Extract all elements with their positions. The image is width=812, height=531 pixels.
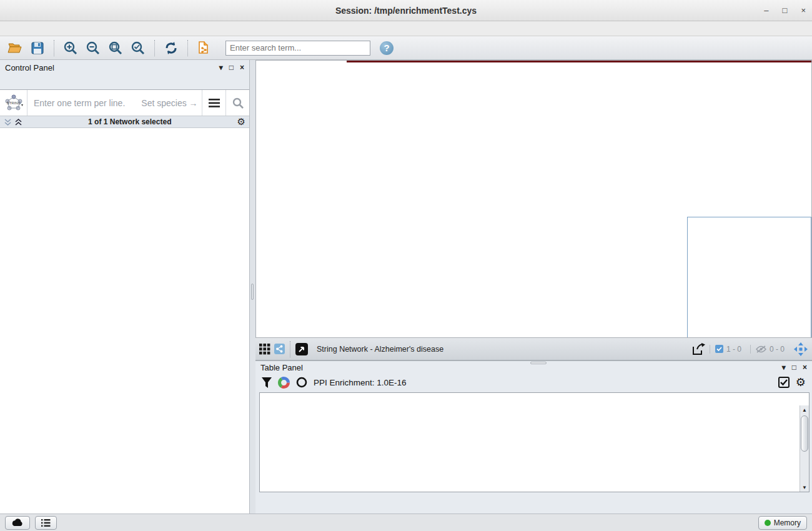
horizontal-splitter-handle[interactable]: [530, 362, 547, 364]
window-titlebar: Session: /tmp/enrichmentTest.cys – □ ×: [0, 0, 812, 21]
status-bar: Memory: [0, 514, 812, 531]
help-glyph: ?: [380, 41, 394, 55]
table-panel-title: Table Panel: [260, 363, 303, 372]
task-history-button[interactable]: [35, 516, 57, 530]
memory-label: Memory: [774, 519, 801, 527]
panel-splitter[interactable]: [250, 60, 255, 514]
cloud-icon: [11, 519, 24, 527]
network-panel-gear-icon[interactable]: ⚙: [237, 116, 245, 127]
selected-nodes-indicator: 1 - 0: [710, 345, 746, 354]
ppi-enrichment-value: PPI Enrichment: 1.0E-16: [314, 378, 407, 387]
table-panel: Table Panel ▾ □ × PPI Enrichment: 1.0E-1…: [255, 360, 812, 514]
table-panel-float-icon[interactable]: □: [792, 363, 796, 372]
control-panel-title: Control Panel: [5, 63, 54, 72]
string-query-placeholder[interactable]: Enter one term per line.: [34, 98, 125, 108]
memory-status-dot: [765, 520, 771, 526]
set-species-hint[interactable]: Set species →: [141, 98, 197, 108]
expand-all-icon[interactable]: [14, 118, 22, 126]
refresh-icon[interactable]: [161, 39, 181, 57]
string-query-bar: STRING Enter one term per line. Set spec…: [0, 89, 249, 116]
navigator-icon[interactable]: [793, 342, 808, 357]
table-settings-gear-icon[interactable]: ⚙: [796, 375, 806, 389]
panel-collapse-icon[interactable]: ▾: [219, 63, 223, 72]
scroll-up-icon[interactable]: ▲: [800, 405, 809, 414]
enrichment-chart-icon[interactable]: [278, 377, 290, 389]
network-view-toolbar: String Network - Alzheimer's disease 1 -…: [255, 338, 812, 360]
zoom-fit-button[interactable]: [106, 39, 126, 57]
network-tree: [0, 127, 249, 514]
save-session-button[interactable]: [27, 39, 47, 57]
open-session-button[interactable]: [5, 39, 25, 57]
toolbar-separator: [154, 40, 155, 56]
zoom-selected-button[interactable]: [128, 39, 148, 57]
annotation-strip: [347, 61, 812, 62]
toolbar-separator: [54, 40, 54, 56]
maximize-button[interactable]: □: [783, 6, 788, 15]
table-tabs: [255, 492, 812, 509]
network-selection-status: 1 of 1 Network selected: [22, 117, 237, 126]
hidden-nodes-indicator: 0 - 0: [750, 345, 790, 354]
grid-view-icon[interactable]: [259, 344, 270, 355]
search-input[interactable]: [225, 41, 370, 56]
close-button[interactable]: ×: [801, 6, 806, 15]
zoom-in-button[interactable]: [61, 39, 81, 57]
filter-icon[interactable]: [262, 377, 272, 388]
enrichment-table: ▲ ▼: [259, 392, 810, 492]
table-scrollbar[interactable]: ▲ ▼: [800, 405, 809, 492]
memory-button[interactable]: Memory: [758, 516, 807, 530]
scroll-thumb[interactable]: [801, 415, 808, 452]
selected-checkbox-icon: [715, 345, 723, 353]
menu-bar: [0, 21, 812, 36]
toolbar-separator: [187, 40, 188, 56]
panel-close-icon[interactable]: ×: [240, 63, 244, 72]
chevron-down-icon: [21, 104, 23, 106]
main-toolbar: ?: [0, 36, 812, 60]
list-icon: [41, 519, 51, 527]
table-panel-close-icon[interactable]: ×: [803, 363, 807, 372]
cloud-tasks-button[interactable]: [5, 516, 30, 530]
collapse-all-icon[interactable]: [4, 118, 12, 126]
detach-view-icon[interactable]: [295, 343, 308, 355]
window-title: Session: /tmp/enrichmentTest.cys: [0, 6, 812, 16]
string-logo-text: STRING: [6, 101, 21, 105]
birds-eye-view[interactable]: [687, 217, 811, 338]
network-view-title: String Network - Alzheimer's disease: [312, 345, 688, 354]
select-rows-icon[interactable]: [778, 377, 790, 388]
zoom-out-button[interactable]: [83, 39, 103, 57]
panel-float-icon[interactable]: □: [229, 63, 234, 72]
string-protein-query-dropdown[interactable]: STRING: [0, 90, 27, 116]
clone-network-button[interactable]: [194, 39, 214, 57]
remove-chart-icon[interactable]: [296, 377, 307, 388]
scroll-down-icon[interactable]: ▼: [800, 483, 809, 492]
string-search-icon[interactable]: [225, 90, 249, 116]
control-panel: Control Panel ▾ □ × STRING Enter one ter…: [0, 60, 250, 514]
table-panel-collapse-icon[interactable]: ▾: [782, 363, 786, 372]
minimize-button[interactable]: –: [764, 6, 768, 15]
eye-slash-icon: [756, 345, 766, 353]
control-panel-tabs: [0, 75, 249, 89]
network-canvas[interactable]: [255, 60, 812, 338]
export-network-icon[interactable]: [692, 343, 706, 355]
string-style-icon[interactable]: [274, 344, 285, 354]
string-options-menu-icon[interactable]: [202, 90, 225, 116]
help-button[interactable]: ?: [377, 39, 397, 57]
